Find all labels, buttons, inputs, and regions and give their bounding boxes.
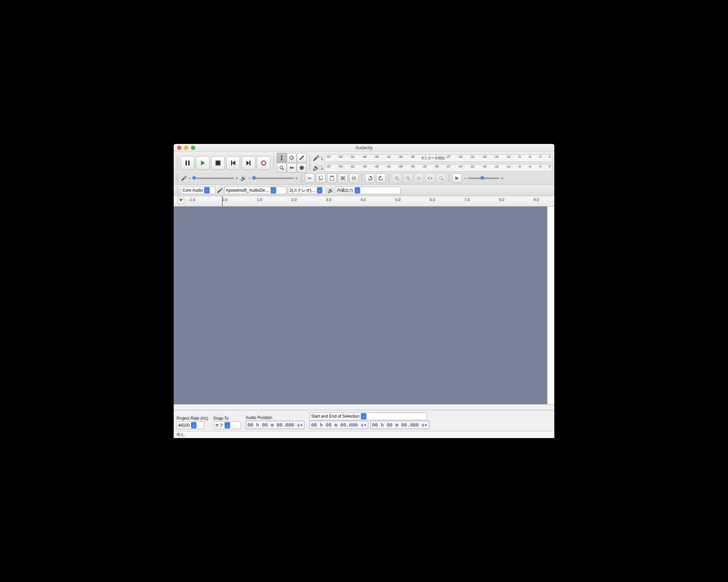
copy-button[interactable]	[316, 173, 326, 183]
play-button[interactable]	[196, 156, 210, 170]
speaker-icon: 🔊	[240, 175, 246, 181]
timeshift-tool[interactable]	[287, 163, 297, 173]
svg-point-45	[429, 177, 431, 180]
audio-host-select[interactable]: Core Audio⌄	[181, 187, 215, 194]
undo-button[interactable]	[365, 173, 375, 183]
selection-end-field[interactable]: 00 h 00 m 00.000 s▾	[370, 421, 429, 429]
svg-line-13	[300, 156, 303, 160]
svg-line-49	[442, 179, 443, 180]
svg-marker-5	[232, 161, 235, 165]
svg-point-42	[418, 177, 420, 180]
svg-rect-0	[185, 161, 187, 165]
audio-position-field[interactable]: 00 h 00 m 00.000 s▾	[246, 421, 304, 429]
svg-line-41	[409, 179, 410, 180]
multi-tool[interactable]	[297, 163, 307, 173]
plus-icon: +	[235, 175, 239, 181]
grip-icon[interactable]	[448, 174, 450, 183]
svg-marker-34	[380, 176, 381, 178]
pin-playhead-button[interactable]	[178, 198, 184, 204]
timeline-ruler[interactable]: - 1.0 0.0 1.0 2.0 3.0 4.0 5.0 6.0 7.0 8.…	[174, 196, 554, 207]
stop-button[interactable]	[211, 156, 225, 170]
chevron-down-icon: ⌄	[317, 187, 322, 193]
skip-start-button[interactable]	[226, 156, 240, 170]
zoom-toggle-button[interactable]	[436, 173, 446, 183]
selection-mode-select[interactable]: Start and End of Selection⌄	[309, 412, 427, 420]
playback-volume-slider[interactable]: 🔊 − +	[240, 175, 298, 181]
selection-start-field[interactable]: 00 h 00 m 00.000 s▾	[309, 421, 368, 429]
play-at-speed-button[interactable]	[452, 173, 462, 183]
recording-volume-slider[interactable]: 🎤 − +	[181, 175, 239, 181]
snap-to-label: Snap-To	[213, 416, 241, 421]
grip-icon[interactable]	[176, 156, 179, 170]
envelope-tool[interactable]	[287, 153, 297, 163]
selection-tool[interactable]	[277, 153, 286, 163]
plus-icon: +	[500, 175, 504, 181]
grip-icon[interactable]	[301, 174, 303, 183]
playback-meter[interactable]: -57-54-51-48-45-42-39-36-33-30-27-24-21-…	[325, 164, 552, 172]
redo-button[interactable]	[376, 173, 386, 183]
chevron-down-icon: ⌄	[204, 187, 210, 193]
svg-rect-1	[188, 161, 190, 165]
pause-button[interactable]	[181, 156, 194, 170]
zoom-icon[interactable]	[191, 146, 195, 150]
snap-to-select[interactable]: オフ⌄	[213, 421, 241, 429]
zoom-in-button[interactable]	[392, 173, 402, 183]
paste-button[interactable]	[327, 173, 337, 183]
svg-rect-3	[216, 161, 220, 165]
project-rate-select[interactable]: 44100⌄	[176, 421, 204, 429]
titlebar[interactable]: Audacity	[174, 144, 554, 152]
svg-marker-50	[455, 176, 459, 180]
grip-icon[interactable]	[273, 156, 275, 170]
grip-icon[interactable]	[361, 174, 363, 183]
grip-icon[interactable]	[176, 174, 179, 183]
plus-icon: +	[294, 175, 299, 181]
monitor-label[interactable]: モニターを開始	[420, 156, 446, 161]
svg-rect-26	[331, 176, 333, 177]
selection-toolbar: Project Rate (Hz) 44100⌄ Snap-To オフ⌄ Aud…	[174, 410, 554, 431]
horizontal-scrollbar[interactable]	[174, 404, 554, 410]
svg-marker-47	[431, 177, 433, 179]
chevron-down-icon: ⌄	[355, 187, 360, 193]
draw-tool[interactable]	[297, 153, 307, 163]
cut-button[interactable]: ✂	[305, 173, 315, 183]
svg-marker-17	[290, 166, 291, 169]
record-button[interactable]	[257, 156, 271, 170]
meters: 🎤 LR -57-54-51-48-45-42-39-36-33-30-27-2…	[313, 154, 552, 172]
zoom-out-button[interactable]	[403, 173, 413, 183]
svg-marker-46	[428, 177, 429, 179]
fit-selection-button[interactable]	[414, 173, 424, 183]
minimize-icon[interactable]	[184, 146, 188, 150]
recording-channels-select[interactable]: 2(ステレオ)…⌄	[288, 187, 326, 194]
speaker-icon[interactable]: 🔊	[313, 164, 320, 171]
recording-device-select[interactable]: Apowersoft_AudioDe…⌄	[224, 187, 286, 194]
playback-speed-slider[interactable]: − +	[463, 175, 504, 181]
svg-point-8	[262, 161, 266, 165]
recording-meter[interactable]: -57-54-51-48-45-42-39-36-33-30-27-24-21-…	[325, 154, 552, 162]
microphone-icon[interactable]: 🎤	[313, 155, 320, 161]
ruler-tick: 0.0	[222, 198, 227, 202]
svg-marker-51	[179, 199, 183, 202]
audio-position-label: Audio Position	[246, 415, 304, 420]
minus-icon: −	[247, 175, 251, 181]
skip-end-button[interactable]	[242, 156, 255, 170]
grip-icon[interactable]	[309, 156, 311, 170]
close-icon[interactable]	[177, 146, 181, 150]
zoom-tool[interactable]	[277, 163, 286, 173]
ruler-tick: 8.0	[499, 198, 504, 202]
fit-project-button[interactable]	[425, 173, 435, 183]
ruler-tick: - 1.0	[188, 198, 195, 202]
ruler-tick: 9.0	[534, 198, 539, 202]
ruler-tick: 3.0	[326, 198, 331, 202]
chevron-down-icon: ⌄	[271, 187, 276, 193]
grip-icon[interactable]	[176, 186, 179, 195]
grip-icon[interactable]	[388, 174, 390, 183]
svg-rect-27	[342, 176, 344, 180]
silence-button[interactable]	[349, 173, 359, 183]
track-area[interactable]	[174, 207, 554, 404]
svg-marker-18	[292, 166, 294, 169]
chevron-down-icon: ⌄	[191, 422, 197, 428]
vertical-scrollbar[interactable]	[547, 207, 554, 404]
chevron-down-icon: ⌄	[361, 413, 366, 419]
playback-device-select[interactable]: 内蔵出力⌄	[335, 187, 401, 194]
trim-button[interactable]	[338, 173, 348, 183]
